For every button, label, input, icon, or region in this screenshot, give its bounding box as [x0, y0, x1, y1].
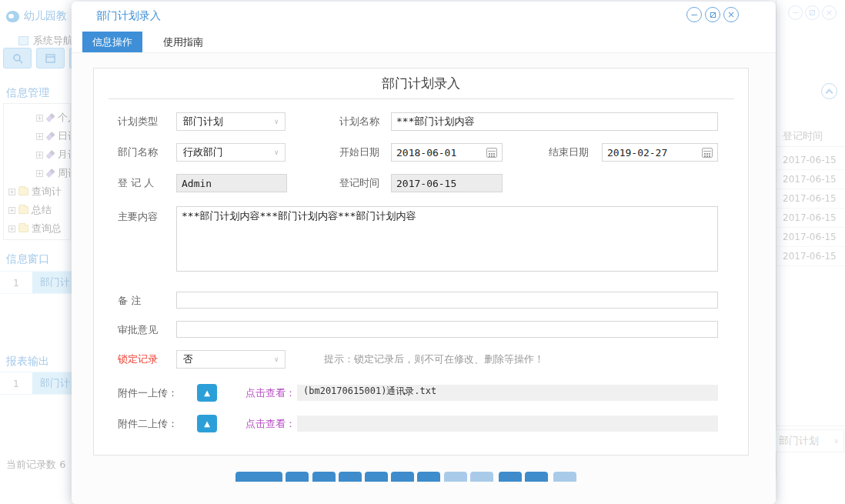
expand-icon[interactable]: + [8, 207, 15, 214]
tree-item[interactable]: +查询总 [4, 219, 70, 238]
remark-input[interactable] [176, 292, 718, 309]
bottom-button-3[interactable] [312, 472, 336, 482]
tab-user-guide[interactable]: 使用指南 [153, 32, 213, 52]
form-title: 部门计划录入 [94, 75, 748, 92]
toolbar-form-button[interactable] [36, 48, 65, 68]
search-icon [12, 53, 23, 64]
attachment1-upload-button[interactable]: ▲ [197, 384, 217, 402]
table-row[interactable]: 2017-06-15 [777, 209, 845, 228]
tree-item[interactable]: +周计 [4, 164, 70, 182]
main-content-label: 主要内容 [118, 208, 158, 226]
upload-icon: ▲ [204, 389, 210, 397]
toolbar-search-button[interactable] [3, 48, 32, 68]
form-icon [45, 54, 55, 63]
record-count: 当前记录数 6 [6, 458, 65, 472]
plan-name-input[interactable] [391, 112, 718, 131]
bottom-button-4[interactable] [339, 472, 362, 482]
section-header-info-window: 信息窗口 [6, 252, 49, 266]
lock-record-select[interactable]: 否∨ [176, 350, 286, 369]
bottom-button-9[interactable] [470, 472, 493, 482]
dept-name-select[interactable]: 行政部门∨ [176, 143, 286, 162]
section-header-report-output: 报表输出 [6, 355, 49, 369]
form-panel: 部门计划录入 计划类型 部门计划∨ 计划名称 部门名称 行政部门∨ 开始日期 2… [93, 68, 749, 456]
tree-item[interactable]: +查询计 [4, 182, 70, 201]
bottom-button-7[interactable] [417, 472, 440, 482]
bottom-button-2[interactable] [286, 472, 309, 482]
bg-close-button[interactable]: × [822, 5, 837, 20]
remark-label: 备 注 [118, 292, 141, 310]
start-date-input[interactable]: 2018-06-01 [391, 143, 503, 162]
right-panel: 登记时间 2017-06-15 2017-06-15 2017-06-15 20… [776, 0, 845, 479]
expand-icon[interactable]: + [36, 115, 43, 122]
folder-icon [18, 225, 28, 232]
info-tree: +个人 +日计 +月计 +周计 +查询计 +总结 +查询总 [3, 103, 71, 240]
info-window-row[interactable]: 1 部门计 [0, 271, 72, 294]
attachment2-label: 附件二上传： [118, 415, 178, 433]
end-date-label: 结束日期 [549, 143, 589, 162]
attachment1-label: 附件一上传： [118, 384, 178, 402]
report-row[interactable]: 1 部门计 [0, 372, 72, 395]
app-title: 幼儿园教 [24, 9, 67, 23]
bottom-button-6[interactable] [391, 472, 414, 482]
nav-label: 系统导航 [33, 34, 73, 48]
bottom-button-1[interactable] [235, 472, 282, 482]
upload-icon: ▲ [204, 419, 210, 428]
plan-type-select[interactable]: 部门计划∨ [176, 112, 286, 131]
plan-type-filter-select[interactable]: 部门计划 ∨ [773, 429, 844, 452]
tree-item[interactable]: +日计 [4, 127, 70, 145]
approval-input[interactable] [176, 321, 718, 338]
attachment1-filename: (bm20170615001)通讯录.txt [297, 385, 718, 401]
attachment2-upload-button[interactable]: ▲ [197, 415, 217, 432]
tab-info-operation[interactable]: 信息操作 [82, 32, 142, 52]
expand-icon[interactable]: + [36, 152, 43, 159]
maximize-button[interactable] [705, 7, 720, 22]
chevron-down-icon: ∨ [275, 118, 279, 125]
edit-icon [45, 132, 55, 141]
expand-icon[interactable]: + [36, 170, 43, 177]
dept-plan-entry-dialog: 部门计划录入 − × 信息操作 使用指南 部门计划录入 计划类型 部门计划∨ 计… [72, 2, 776, 504]
expand-icon[interactable]: + [36, 133, 43, 140]
table-row[interactable]: 2017-06-15 [777, 247, 845, 266]
chevron-up-icon [826, 89, 833, 97]
bg-maximize-button[interactable] [805, 5, 820, 20]
tab-bar: 信息操作 使用指南 [82, 32, 213, 52]
folder-icon [18, 206, 28, 214]
close-button[interactable]: × [723, 7, 739, 22]
lock-record-label: 锁定记录 [118, 350, 158, 369]
tree-item[interactable]: +个人 [4, 108, 70, 127]
tree-item[interactable]: +月计 [4, 145, 70, 164]
attachment2-filename [297, 416, 718, 432]
tree-item[interactable]: +总结 [4, 201, 70, 219]
end-date-input[interactable]: 2019-02-27 [602, 143, 718, 162]
start-date-label: 开始日期 [339, 143, 379, 162]
bottom-button-5[interactable] [365, 472, 388, 482]
bottom-button-12[interactable] [553, 472, 576, 482]
calendar-icon[interactable] [702, 148, 713, 158]
plan-type-label: 计划类型 [118, 112, 158, 131]
chevron-down-icon: ∨ [833, 437, 839, 445]
maximize-icon [810, 10, 815, 15]
edit-icon [45, 150, 55, 159]
expand-icon[interactable]: + [8, 225, 15, 232]
main-content-textarea[interactable]: ***部门计划内容***部门计划内容***部门计划内容 [176, 206, 718, 272]
calendar-icon[interactable] [486, 148, 497, 158]
app-logo-icon [6, 11, 19, 22]
bg-minimize-button[interactable]: − [788, 5, 803, 20]
minimize-button[interactable]: − [686, 7, 702, 22]
reg-time-label: 登记时间 [339, 174, 379, 192]
attachment1-view-link[interactable]: 点击查看： [245, 384, 296, 402]
table-row[interactable]: 2017-06-15 [777, 170, 845, 189]
plan-name-label: 计划名称 [339, 112, 379, 131]
collapse-button[interactable] [821, 83, 837, 99]
lock-hint: 提示：锁定记录后，则不可在修改、删除等操作！ [324, 350, 544, 369]
expand-icon[interactable]: + [8, 189, 15, 195]
bottom-button-10[interactable] [499, 472, 522, 482]
nav-icon [18, 36, 28, 45]
bottom-button-8[interactable] [444, 472, 467, 482]
table-row[interactable]: 2017-06-15 [777, 228, 845, 247]
table-row[interactable]: 2017-06-15 [777, 151, 845, 170]
bottom-button-11[interactable] [525, 472, 548, 482]
table-row[interactable]: 2017-06-15 [777, 189, 845, 209]
attachment2-view-link[interactable]: 点击查看： [245, 415, 296, 432]
dept-name-label: 部门名称 [118, 143, 158, 162]
